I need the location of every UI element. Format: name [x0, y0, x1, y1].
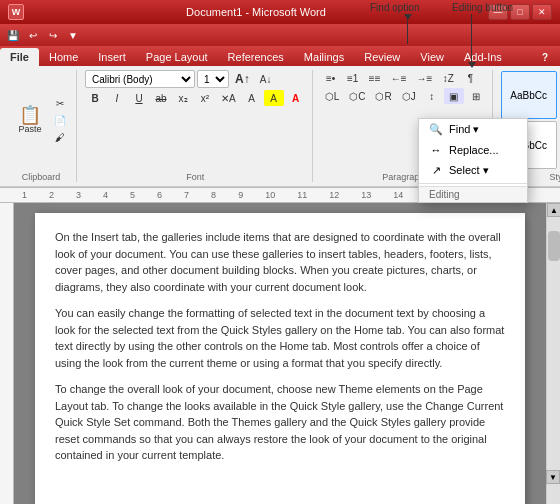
italic-button[interactable]: I	[107, 90, 127, 106]
increase-indent-btn[interactable]: →≡	[413, 70, 437, 86]
numbering-btn[interactable]: ≡1	[343, 70, 363, 86]
document-scroll-area[interactable]: On the Insert tab, the galleries include…	[14, 203, 546, 504]
scrollbar-down-btn[interactable]: ▼	[546, 470, 560, 484]
decrease-indent-btn[interactable]: ←≡	[387, 70, 411, 86]
cut-button[interactable]: ✂	[50, 95, 70, 111]
paste-icon: 📋	[19, 106, 41, 124]
tab-file[interactable]: File	[0, 48, 39, 66]
find-menu-item[interactable]: 🔍 Find ▾	[419, 119, 527, 140]
format-painter-button[interactable]: 🖌	[50, 129, 70, 145]
close-button[interactable]: ✕	[532, 4, 552, 20]
undo-quick-btn[interactable]: ↩	[24, 26, 42, 44]
ribbon-tabs: File Home Insert Page Layout References …	[0, 46, 560, 66]
doc-paragraph-2: You can easily change the formatting of …	[55, 305, 505, 371]
document-page: On the Insert tab, the galleries include…	[35, 213, 525, 504]
select-menu-item[interactable]: ↗ Select ▾	[419, 160, 527, 181]
redo-quick-btn[interactable]: ↪	[44, 26, 62, 44]
window-title: Document1 - Microsoft Word	[186, 6, 326, 18]
clipboard-group: 📋 Paste ✂ 📄 🖌 Clipboard	[6, 70, 77, 182]
app-icon: W	[8, 4, 24, 20]
find-menu-icon: 🔍	[429, 123, 443, 136]
editing-arrowhead	[468, 62, 476, 68]
select-menu-icon: ↗	[429, 164, 443, 177]
save-quick-btn[interactable]: 💾	[4, 26, 22, 44]
multilevel-btn[interactable]: ≡≡	[365, 70, 385, 86]
copy-button[interactable]: 📄	[50, 112, 70, 128]
tab-insert[interactable]: Insert	[88, 48, 136, 66]
borders-btn[interactable]: ⊞	[466, 88, 486, 104]
grow-font-btn[interactable]: A↑	[231, 70, 254, 88]
help-btn[interactable]: ?	[536, 48, 554, 66]
tab-review[interactable]: Review	[354, 48, 410, 66]
customize-qa-btn[interactable]: ▼	[64, 26, 82, 44]
sort-btn[interactable]: ↕Z	[438, 70, 458, 86]
replace-menu-item[interactable]: ↔ Replace...	[419, 140, 527, 160]
doc-paragraph-3: To change the overall look of your docum…	[55, 381, 505, 464]
show-hide-btn[interactable]: ¶	[460, 70, 480, 86]
font-size-select[interactable]: 11	[197, 70, 229, 88]
highlight-btn[interactable]: A	[264, 90, 284, 106]
clear-format-btn[interactable]: ✕A	[217, 90, 240, 106]
font-name-select[interactable]: Calibri (Body)	[85, 70, 195, 88]
subscript-btn[interactable]: x₂	[173, 90, 193, 106]
clipboard-label: Clipboard	[22, 172, 61, 182]
vertical-scrollbar[interactable]: ▲ ▼	[546, 203, 560, 504]
editing-button-annotation: Editing button	[452, 2, 513, 13]
line-spacing-btn[interactable]: ↕	[422, 88, 442, 104]
text-effects-btn[interactable]: A	[242, 90, 262, 106]
scrollbar-up-btn[interactable]: ▲	[547, 203, 560, 217]
underline-button[interactable]: U	[129, 90, 149, 106]
strikethrough-btn[interactable]: ab	[151, 90, 171, 106]
align-left-btn[interactable]: ⬡L	[321, 88, 344, 104]
tab-mailings[interactable]: Mailings	[294, 48, 354, 66]
shading-btn[interactable]: ▣	[444, 88, 464, 104]
font-color-btn[interactable]: A	[286, 90, 306, 106]
select-menu-label: Select ▾	[449, 164, 489, 177]
find-arrowhead	[404, 14, 412, 20]
font-group: Calibri (Body) 11 A↑ A↓ B I U ab x₂ x² ✕…	[79, 70, 313, 182]
editing-dropdown-menu: 🔍 Find ▾ ↔ Replace... ↗ Select ▾ Editing	[418, 118, 528, 203]
font-label: Font	[186, 172, 204, 182]
superscript-btn[interactable]: x²	[195, 90, 215, 106]
quick-style-normal[interactable]: AaBbCc	[501, 71, 557, 119]
justify-btn[interactable]: ⬡J	[398, 88, 420, 104]
tab-home[interactable]: Home	[39, 48, 88, 66]
tab-page-layout[interactable]: Page Layout	[136, 48, 218, 66]
replace-menu-icon: ↔	[429, 144, 443, 156]
bold-button[interactable]: B	[85, 90, 105, 106]
find-option-annotation: Find option	[370, 2, 419, 13]
tab-addins[interactable]: Add-Ins	[454, 48, 512, 66]
doc-area: On the Insert tab, the galleries include…	[0, 203, 560, 504]
menu-divider	[419, 183, 527, 184]
tab-view[interactable]: View	[410, 48, 454, 66]
shrink-font-btn[interactable]: A↓	[256, 71, 276, 87]
editing-arrow-line	[471, 14, 472, 64]
replace-menu-label: Replace...	[449, 144, 499, 156]
align-center-btn[interactable]: ⬡C	[345, 88, 369, 104]
ruler-vertical	[0, 203, 14, 504]
find-menu-label: Find ▾	[449, 123, 479, 136]
paste-button[interactable]: 📋 Paste	[12, 103, 48, 137]
quick-access-toolbar: 💾 ↩ ↪ ▼	[0, 24, 560, 46]
doc-paragraph-1: On the Insert tab, the galleries include…	[55, 229, 505, 295]
bullets-btn[interactable]: ≡•	[321, 70, 341, 86]
align-right-btn[interactable]: ⬡R	[371, 88, 395, 104]
tab-references[interactable]: References	[218, 48, 294, 66]
scrollbar-thumb[interactable]	[548, 231, 560, 261]
menu-section-header: Editing	[419, 186, 527, 202]
styles-label: Styles	[549, 172, 560, 182]
